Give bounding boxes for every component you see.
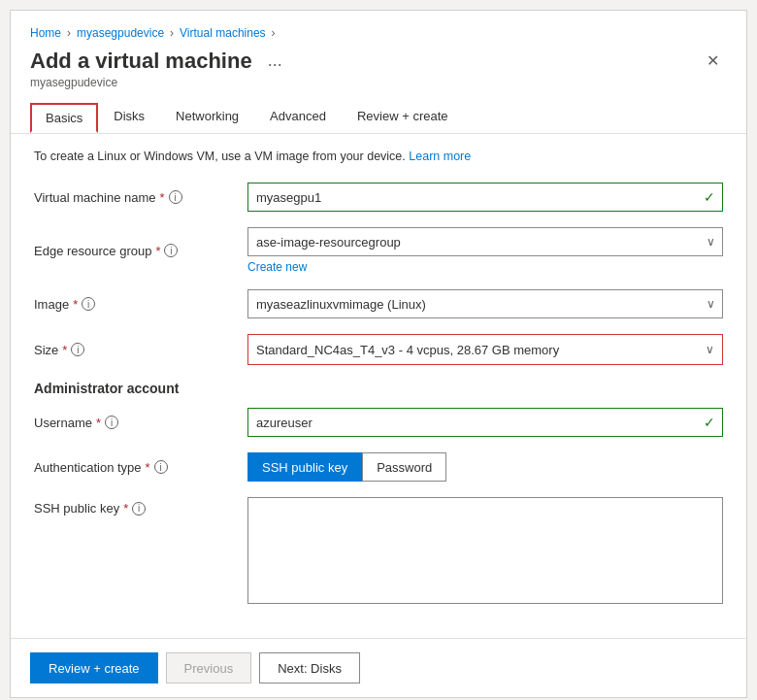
panel-footer: Review + create Previous Next: Disks bbox=[11, 638, 746, 697]
auth-type-row: Authentication type * i SSH public key P… bbox=[34, 452, 723, 482]
edge-resource-group-control: ase-image-resourcegroup ∨ Create new bbox=[247, 227, 723, 274]
tab-basics[interactable]: Basics bbox=[30, 103, 98, 133]
edge-rg-info-icon[interactable]: i bbox=[164, 244, 178, 257]
image-info-icon[interactable]: i bbox=[82, 297, 95, 311]
vm-name-info-icon[interactable]: i bbox=[169, 190, 182, 204]
auth-toggle: SSH public key Password bbox=[247, 452, 723, 482]
breadcrumb-device[interactable]: myasegpudevice bbox=[77, 26, 164, 40]
username-row: Username * i ✓ bbox=[34, 408, 723, 437]
size-info-icon[interactable]: i bbox=[71, 343, 84, 356]
ssh-key-textarea[interactable] bbox=[247, 497, 723, 604]
size-input[interactable] bbox=[248, 335, 722, 364]
edge-rg-dropdown-wrapper: ase-image-resourcegroup ∨ bbox=[247, 227, 723, 256]
image-required: * bbox=[73, 297, 78, 312]
ssh-key-info-icon[interactable]: i bbox=[132, 502, 146, 516]
review-create-button[interactable]: Review + create bbox=[30, 652, 158, 683]
username-label: Username * i bbox=[34, 416, 247, 430]
auth-type-control: SSH public key Password bbox=[247, 452, 723, 482]
username-input[interactable] bbox=[247, 408, 723, 437]
page-title: Add a virtual machine bbox=[30, 49, 252, 74]
tab-review-create[interactable]: Review + create bbox=[342, 101, 464, 133]
ssh-key-button[interactable]: SSH public key bbox=[247, 452, 362, 482]
panel-title: Add a virtual machine ... bbox=[30, 49, 288, 74]
learn-more-link[interactable]: Learn more bbox=[409, 150, 471, 163]
panel-body: To create a Linux or Windows VM, use a V… bbox=[11, 134, 746, 638]
size-label: Size * i bbox=[34, 343, 247, 357]
edge-resource-group-label: Edge resource group * i bbox=[34, 244, 247, 258]
edge-resource-group-select[interactable]: ase-image-resourcegroup bbox=[247, 227, 723, 256]
breadcrumb-vms[interactable]: Virtual machines bbox=[180, 26, 266, 40]
breadcrumb: Home › myasegpudevice › Virtual machines… bbox=[30, 26, 727, 40]
ssh-key-row: SSH public key * i bbox=[34, 497, 723, 607]
size-required: * bbox=[62, 343, 67, 357]
ssh-key-control bbox=[247, 497, 723, 607]
username-info-icon[interactable]: i bbox=[105, 416, 118, 429]
vm-name-row: Virtual machine name * i ✓ bbox=[34, 183, 723, 212]
close-button[interactable]: ✕ bbox=[699, 48, 727, 74]
panel-title-row: Add a virtual machine ... ✕ bbox=[30, 48, 727, 74]
ssh-key-required: * bbox=[123, 501, 128, 516]
username-check-icon: ✓ bbox=[704, 415, 715, 430]
size-dropdown-wrapper: ∨ bbox=[247, 334, 723, 365]
size-row: Size * i ∨ bbox=[34, 334, 723, 365]
vm-name-input[interactable] bbox=[247, 183, 723, 212]
username-input-wrapper: ✓ bbox=[247, 408, 723, 437]
panel-header: Home › myasegpudevice › Virtual machines… bbox=[11, 11, 746, 134]
password-button[interactable]: Password bbox=[362, 452, 446, 482]
admin-account-section-header: Administrator account bbox=[34, 381, 723, 396]
vm-name-required: * bbox=[160, 190, 165, 205]
tab-networking[interactable]: Networking bbox=[160, 101, 254, 133]
size-control: ∨ bbox=[247, 334, 723, 365]
create-new-link[interactable]: Create new bbox=[247, 260, 723, 274]
add-vm-panel: Home › myasegpudevice › Virtual machines… bbox=[10, 10, 747, 698]
breadcrumb-home[interactable]: Home bbox=[30, 26, 61, 40]
vm-name-control: ✓ bbox=[247, 183, 723, 212]
edge-rg-required: * bbox=[155, 244, 160, 258]
auth-type-required: * bbox=[146, 460, 150, 475]
ssh-key-label: SSH public key * i bbox=[34, 497, 247, 516]
ellipsis-button[interactable]: ... bbox=[262, 49, 288, 73]
image-select[interactable]: myaseazlinuxvmimage (Linux) bbox=[247, 289, 723, 318]
username-required: * bbox=[96, 416, 101, 430]
tab-bar: Basics Disks Networking Advanced Review … bbox=[30, 101, 727, 133]
auth-type-label: Authentication type * i bbox=[34, 460, 247, 475]
edge-resource-group-row: Edge resource group * i ase-image-resour… bbox=[34, 227, 723, 274]
vm-name-check-icon: ✓ bbox=[704, 189, 715, 205]
image-control: myaseazlinuxvmimage (Linux) ∨ bbox=[247, 289, 723, 318]
auth-type-info-icon[interactable]: i bbox=[154, 460, 168, 474]
username-control: ✓ bbox=[247, 408, 723, 437]
vm-name-input-wrapper: ✓ bbox=[247, 183, 723, 212]
next-disks-button[interactable]: Next: Disks bbox=[259, 652, 360, 683]
tab-disks[interactable]: Disks bbox=[98, 101, 160, 133]
image-label: Image * i bbox=[34, 297, 247, 312]
previous-button: Previous bbox=[166, 652, 252, 683]
tab-advanced[interactable]: Advanced bbox=[254, 101, 342, 133]
vm-name-label: Virtual machine name * i bbox=[34, 190, 247, 205]
panel-subtitle: myasegpudevice bbox=[30, 76, 727, 89]
info-text: To create a Linux or Windows VM, use a V… bbox=[34, 150, 723, 163]
image-row: Image * i myaseazlinuxvmimage (Linux) ∨ bbox=[34, 289, 723, 318]
image-dropdown-wrapper: myaseazlinuxvmimage (Linux) ∨ bbox=[247, 289, 723, 318]
